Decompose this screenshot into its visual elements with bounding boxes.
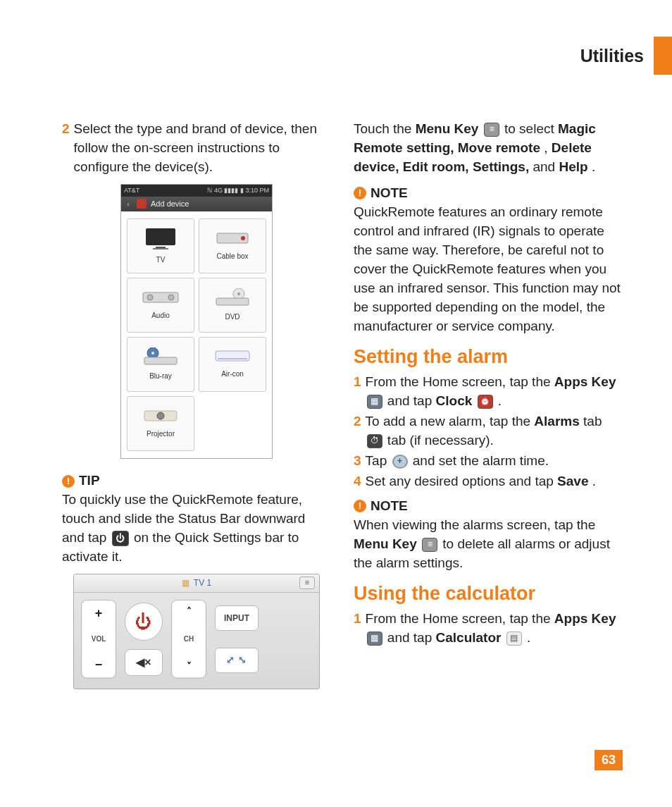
step-number: 1	[354, 373, 361, 411]
tip-heading: ! TIP	[62, 472, 100, 491]
remote-side: INPUT ⤢ ⤡	[215, 605, 259, 673]
page-number: 63	[595, 750, 623, 770]
note1-label: NOTE	[371, 184, 408, 203]
device-label: Cable box	[216, 252, 248, 261]
dvd-icon	[213, 288, 251, 308]
clock-icon: ⏰	[478, 395, 493, 409]
text: and	[533, 159, 559, 174]
text-bold: Save	[557, 474, 588, 488]
svg-rect-2	[153, 248, 168, 250]
step-text: Select the type and brand of device, the…	[74, 120, 331, 177]
text: to select	[504, 121, 558, 136]
svg-point-12	[151, 352, 154, 355]
device-label: Audio	[151, 311, 170, 321]
ch-down-icon: ˅	[187, 660, 192, 674]
device-label: DVD	[225, 312, 239, 322]
phone-title: Add device	[151, 199, 189, 210]
text: .	[498, 393, 502, 408]
svg-rect-13	[144, 357, 177, 364]
text-bold: Help	[559, 159, 587, 174]
alarm-step-3: 3 Tap + and set the alarm time.	[354, 452, 623, 471]
note1-text: QuickRemote features an ordinary remote …	[354, 203, 623, 336]
svg-rect-15	[218, 358, 247, 359]
exclaim-icon: !	[354, 500, 366, 512]
svg-point-6	[147, 295, 153, 300]
vol-up-icon: +	[95, 605, 103, 623]
remote-body: + VOL − ⏻ ◀× ˄ CH ˅ INPUT ⤢ ⤡	[74, 593, 319, 689]
apps-key-icon: ▦	[367, 632, 382, 646]
tv-icon	[143, 227, 178, 251]
text: and tap	[387, 630, 436, 645]
menu-paragraph: Touch the Menu Key ≡ to select Magic Rem…	[354, 120, 623, 177]
carrier-label: AT&T	[124, 186, 139, 195]
remote-list-icon: ≡	[299, 577, 315, 589]
right-column: Touch the Menu Key ≡ to select Magic Rem…	[354, 120, 623, 689]
device-audio: Audio	[127, 278, 194, 333]
step-body: From the Home screen, tap the Apps Key ▦…	[366, 610, 623, 648]
device-bluray: Blu-ray	[127, 337, 194, 392]
screenshot-remote-bar: ▦ TV 1 ≡ + VOL − ⏻ ◀× ˄ CH ˅	[73, 574, 320, 689]
apps-key-icon: ▦	[367, 395, 382, 409]
text: When viewing the alarms screen, tap the	[354, 517, 595, 532]
step-body: To add a new alarm, tap the Alarms tab ⏱…	[366, 412, 623, 450]
alarm-step-4: 4 Set any desired options and tap Save .	[354, 472, 623, 491]
remote-power-button: ⏻	[125, 603, 163, 641]
text-bold: Clock	[436, 393, 473, 408]
note2-heading: ! NOTE	[354, 497, 408, 516]
remote-title: TV 1	[194, 577, 211, 589]
device-label: Air-con	[221, 369, 244, 379]
ch-label: CH	[184, 634, 194, 644]
device-label: Blu-ray	[149, 371, 172, 381]
remote-title-bar: ▦ TV 1 ≡	[74, 574, 319, 593]
device-cablebox: Cable box	[199, 218, 266, 273]
power-icon: ⏻	[112, 531, 129, 546]
vol-down-icon: −	[95, 656, 103, 674]
aircon-icon	[213, 350, 251, 365]
ch-up-icon: ˄	[187, 605, 192, 619]
text: .	[592, 159, 595, 174]
exclaim-icon: !	[62, 475, 75, 488]
text-bold: Menu Key	[416, 121, 479, 136]
text: and set the alarm time.	[413, 453, 549, 468]
plus-icon: +	[392, 455, 408, 469]
text: .	[592, 474, 596, 488]
text-bold: Alarms	[534, 414, 579, 429]
text-bold: Calculator	[436, 630, 502, 645]
device-grid: TV Cable box Audio	[121, 211, 272, 458]
left-column: 2 Select the type and brand of device, t…	[62, 120, 331, 689]
alarms-tab-icon: ⏱	[367, 434, 382, 448]
svg-point-9	[237, 292, 240, 295]
device-dvd: DVD	[199, 278, 266, 333]
text: Tap	[366, 453, 391, 468]
step-number: 4	[354, 472, 361, 491]
header-orange-bar	[654, 37, 672, 75]
step-number: 2	[354, 412, 361, 450]
page-header: Utilities	[580, 37, 672, 75]
step-2: 2 Select the type and brand of device, t…	[62, 120, 331, 177]
projector-icon	[142, 408, 180, 425]
menu-key-icon: ≡	[484, 123, 499, 137]
vol-label: VOL	[92, 634, 106, 644]
calc-step-1: 1 From the Home screen, tap the Apps Key…	[354, 610, 623, 648]
text: ,	[544, 140, 552, 155]
header-title: Utilities	[580, 46, 644, 66]
step-body: Tap + and set the alarm time.	[366, 452, 623, 471]
svg-rect-1	[156, 247, 166, 248]
step-body: From the Home screen, tap the Apps Key ▦…	[366, 373, 623, 411]
step-number: 3	[354, 452, 361, 471]
text: tab (if necessary).	[387, 433, 494, 448]
tip-label: TIP	[79, 472, 100, 491]
remote-tv-icon: ▦	[182, 577, 189, 589]
text: From the Home screen, tap the	[366, 374, 554, 389]
screenshot-add-device: AT&T ℕ 4G ▮▮▮▮ ▮ 3:10 PM ‹ Add device TV	[120, 184, 273, 459]
remote-app-icon	[137, 199, 147, 209]
menu-key-icon: ≡	[422, 538, 437, 552]
status-right: ℕ 4G ▮▮▮▮ ▮ 3:10 PM	[207, 186, 269, 195]
bluray-icon	[142, 347, 180, 367]
text: Touch the	[354, 121, 416, 136]
input-button: INPUT	[215, 605, 259, 631]
text-bold: Menu Key	[354, 536, 417, 551]
device-label: TV	[156, 255, 166, 265]
tip-paragraph: To quickly use the QuickRemote feature, …	[62, 491, 331, 567]
text: and tap	[387, 393, 436, 408]
